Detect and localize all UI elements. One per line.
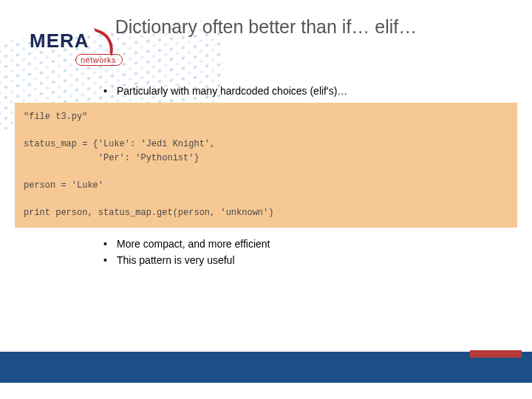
bullet-list-bottom: More compact, and more efficient This pa…: [103, 238, 532, 266]
page-title: Dictionary often better than if… elif…: [0, 16, 532, 38]
logo-subtext: networks: [75, 54, 123, 66]
slide: MERA networks Dictionary often better th…: [0, 0, 532, 399]
footer-accent: [470, 350, 522, 358]
list-item: More compact, and more efficient: [103, 238, 532, 250]
content-area: Particularly with many hardcoded choices…: [0, 85, 532, 272]
footer-bar: [0, 352, 532, 383]
list-item: Particularly with many hardcoded choices…: [103, 85, 532, 97]
bullet-list-top: Particularly with many hardcoded choices…: [103, 85, 532, 97]
code-block: "file t3.py" status_map = {'Luke': 'Jedi…: [15, 103, 517, 228]
list-item: This pattern is very useful: [103, 254, 532, 266]
